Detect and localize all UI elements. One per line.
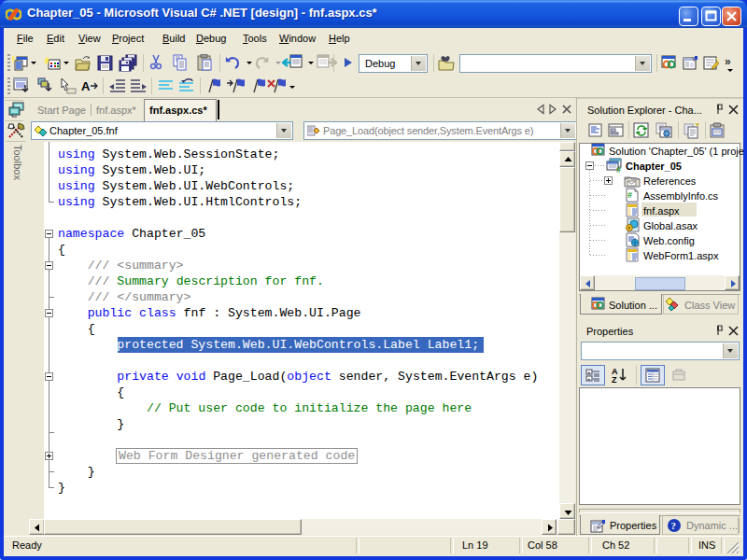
svg-text:Z: Z: [612, 375, 617, 384]
svg-text:+: +: [587, 376, 591, 382]
svg-text:+: +: [587, 370, 591, 375]
svg-text:?: ?: [671, 520, 677, 531]
svg-text:A: A: [81, 79, 91, 93]
svg-text:#: #: [627, 190, 632, 200]
svg-text:#: #: [616, 165, 621, 173]
